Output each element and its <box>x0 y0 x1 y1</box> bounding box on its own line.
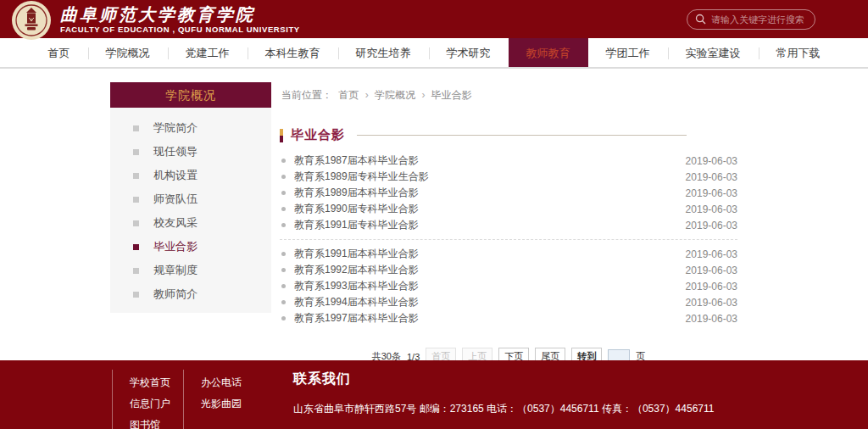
sidebar-item-label: 机构设置 <box>153 168 198 183</box>
square-bullet-icon <box>133 125 139 131</box>
main-panel: 当前位置： 首页 › 学院概况 › 毕业合影 毕业合影 教育系19 <box>280 82 737 365</box>
breadcrumb-prefix: 当前位置： <box>281 89 332 101</box>
news-row[interactable]: 教育系1989届专科毕业生合影 2019-06-03 <box>280 169 737 185</box>
section-title: 毕业合影 <box>291 127 345 143</box>
sidebar-item[interactable]: 现任领导 <box>110 140 271 164</box>
breadcrumb-link-home[interactable]: 首页 <box>338 89 359 101</box>
site-title-en: FACULTY OF EDUCATION , QUFU NORMAL UNIVE… <box>60 25 300 34</box>
news-title[interactable]: 教育系1990届专科毕业合影 <box>294 202 686 216</box>
news-row[interactable]: 教育系1992届本科毕业合影 2019-06-03 <box>280 262 737 278</box>
news-title[interactable]: 教育系1991届本科毕业合影 <box>294 247 686 261</box>
nav-item[interactable]: 学术研究 <box>429 38 509 67</box>
nav-item[interactable]: 教师教育 <box>509 38 588 67</box>
news-date: 2019-06-03 <box>686 187 737 199</box>
footer-link[interactable]: 信息门户 <box>130 393 183 415</box>
sidebar-item-label: 教师简介 <box>153 287 198 302</box>
main-nav: 首页 学院概况 党建工作 本科生教育 研究生培养 学术研究 教师教育 学团工作 … <box>0 38 868 69</box>
news-row[interactable]: 教育系1993届本科毕业合影 2019-06-03 <box>280 278 737 294</box>
dot-bullet-icon <box>281 300 286 304</box>
news-title[interactable]: 教育系1989届专科毕业生合影 <box>294 170 686 184</box>
sidebar-item[interactable]: 机构设置 <box>110 164 271 187</box>
news-list: 教育系1987届本科毕业合影 2019-06-03 教育系1989届专科毕业生合… <box>280 153 737 326</box>
news-title[interactable]: 教育系1991届专科毕业合影 <box>294 218 686 232</box>
site-footer: 学校首页 信息门户 图书馆 办公电话 光影曲园 联系我们 山东省曲阜市静轩西路5… <box>0 360 868 429</box>
nav-item[interactable]: 常用下载 <box>759 38 838 67</box>
sidebar: 学院概况 学院简介 现任领导 机构设置 <box>110 82 271 313</box>
dot-bullet-icon <box>281 316 286 320</box>
news-title[interactable]: 教育系1992届本科毕业合影 <box>294 263 686 277</box>
dot-bullet-icon <box>281 284 286 288</box>
news-title[interactable]: 教育系1993届本科毕业合影 <box>294 279 686 293</box>
sidebar-item-label: 师资队伍 <box>153 192 198 207</box>
news-row[interactable]: 教育系1991届本科毕业合影 2019-06-03 <box>280 246 737 262</box>
news-row[interactable]: 教育系1987届本科毕业合影 2019-06-03 <box>280 153 737 169</box>
nav-item[interactable]: 学团工作 <box>588 38 668 67</box>
nav-item[interactable]: 首页 <box>31 38 88 67</box>
news-title[interactable]: 教育系1989届本科毕业合影 <box>294 186 686 200</box>
sidebar-item-label: 毕业合影 <box>153 239 198 254</box>
footer-link[interactable]: 光影曲园 <box>201 393 274 415</box>
seal-icon <box>11 0 52 41</box>
news-row[interactable]: 教育系1991届专科毕业合影 2019-06-03 <box>280 217 737 233</box>
sidebar-item-label: 规章制度 <box>153 263 198 278</box>
site-header: 曲阜师范大学教育学院 FACULTY OF EDUCATION , QUFU N… <box>0 0 868 38</box>
site-title-cn: 曲阜师范大学教育学院 <box>60 5 300 24</box>
section-header: 毕业合影 <box>280 127 737 143</box>
square-bullet-icon <box>133 173 139 179</box>
footer-link[interactable]: 图书馆 <box>130 415 183 429</box>
square-bullet-icon <box>133 268 139 274</box>
news-date: 2019-06-03 <box>686 248 737 260</box>
footer-link[interactable]: 办公电话 <box>201 372 274 393</box>
news-row[interactable]: 教育系1997届本科毕业合影 2019-06-03 <box>280 310 737 326</box>
news-row[interactable]: 教育系1990届专科毕业合影 2019-06-03 <box>280 201 737 217</box>
news-row[interactable]: 教育系1989届本科毕业合影 2019-06-03 <box>280 185 737 201</box>
contact-title: 联系我们 <box>293 370 714 388</box>
square-bullet-icon <box>133 149 139 155</box>
sidebar-item[interactable]: 校友风采 <box>110 211 271 235</box>
footer-link[interactable]: 学校首页 <box>130 372 183 393</box>
nav-item[interactable]: 本科生教育 <box>248 38 338 67</box>
news-title[interactable]: 教育系1997届本科毕业合影 <box>294 311 686 326</box>
nav-item[interactable]: 实验室建设 <box>668 38 759 67</box>
search-input[interactable] <box>711 14 807 25</box>
sidebar-title: 学院概况 <box>110 82 271 108</box>
nav-item[interactable]: 党建工作 <box>168 38 248 67</box>
dot-bullet-icon <box>281 252 286 256</box>
news-title[interactable]: 教育系1987届本科毕业合影 <box>294 153 686 168</box>
square-bullet-icon <box>133 197 139 203</box>
dot-bullet-icon <box>281 159 286 163</box>
footer-links-column-1: 学校首页 信息门户 图书馆 <box>112 370 183 429</box>
content-area: 学院概况 学院简介 现任领导 机构设置 <box>110 82 737 365</box>
dot-bullet-icon <box>281 223 286 227</box>
list-group-divider <box>280 239 737 240</box>
breadcrumb-separator: › <box>421 89 425 101</box>
footer-contact: 联系我们 山东省曲阜市静轩西路57号 邮编：273165 电话：（0537）44… <box>293 370 714 429</box>
breadcrumb-current: 毕业合影 <box>431 89 472 101</box>
news-date: 2019-06-03 <box>686 155 737 167</box>
sidebar-item[interactable]: 规章制度 <box>110 259 271 282</box>
sidebar-item-label: 学院简介 <box>153 120 198 136</box>
news-date: 2019-06-03 <box>686 297 737 309</box>
sidebar-item-label: 现任领导 <box>153 144 198 159</box>
breadcrumb-link-overview[interactable]: 学院概况 <box>375 89 415 101</box>
nav-item[interactable]: 研究生培养 <box>338 38 429 67</box>
news-title[interactable]: 教育系1994届本科毕业合影 <box>294 295 686 309</box>
footer-links-column-2: 办公电话 光影曲园 <box>183 370 274 429</box>
news-date: 2019-06-03 <box>686 265 737 276</box>
sidebar-item[interactable]: 师资队伍 <box>110 187 271 211</box>
dot-bullet-icon <box>281 191 286 195</box>
nav-item[interactable]: 学院概况 <box>88 38 168 67</box>
sidebar-item[interactable]: 教师简介 <box>110 282 271 306</box>
sidebar-item[interactable]: 学院简介 <box>110 116 271 140</box>
sidebar-item[interactable]: 毕业合影 <box>110 235 271 259</box>
page: 曲阜师范大学教育学院 FACULTY OF EDUCATION , QUFU N… <box>0 0 868 429</box>
university-seal-logo <box>11 0 52 41</box>
sidebar-item-label: 校友风采 <box>153 215 198 231</box>
search-box[interactable] <box>687 9 815 30</box>
section-divider-line <box>357 135 687 136</box>
news-date: 2019-06-03 <box>686 203 737 215</box>
breadcrumb-separator: › <box>365 89 369 101</box>
news-row[interactable]: 教育系1994届本科毕业合影 2019-06-03 <box>280 294 737 310</box>
news-group-1: 教育系1987届本科毕业合影 2019-06-03 教育系1989届专科毕业生合… <box>280 153 737 233</box>
square-bullet-icon <box>133 244 139 250</box>
